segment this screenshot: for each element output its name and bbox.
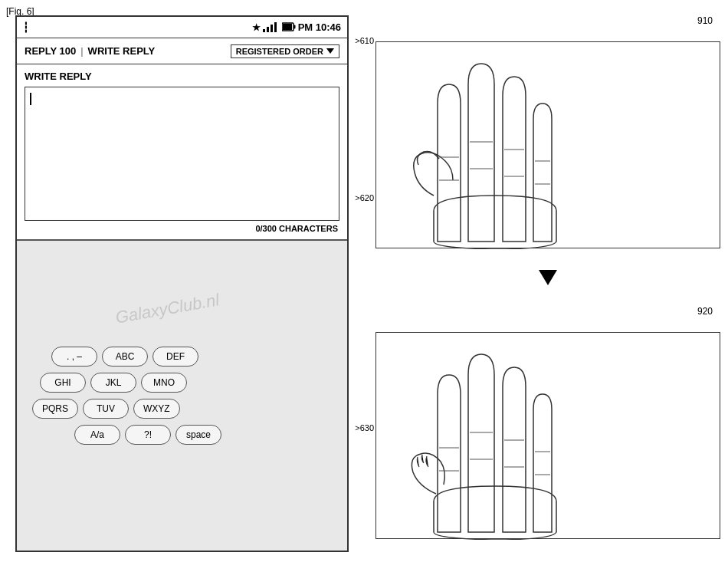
ref-630: >630 bbox=[355, 423, 374, 432]
char-count: 0/300 CHARACTERS bbox=[25, 221, 339, 236]
write-reply-title: WRITE REPLY bbox=[25, 71, 339, 82]
key-pqrs[interactable]: PQRS bbox=[32, 399, 78, 419]
svg-rect-0 bbox=[263, 29, 265, 32]
write-reply-breadcrumb: WRITE REPLY bbox=[88, 45, 156, 57]
key-mno[interactable]: MNO bbox=[141, 373, 187, 393]
right-panel: 910 bbox=[375, 15, 720, 539]
svg-rect-3 bbox=[274, 22, 277, 32]
key-wxyz[interactable]: WXYZ bbox=[133, 399, 180, 419]
battery-icon bbox=[282, 22, 296, 33]
bluetooth-icon: ★ bbox=[252, 22, 261, 33]
keyboard-section: . , – ABC DEF GHI JKL MNO PQRS TUV WXYZ … bbox=[17, 240, 347, 551]
key-punctuation[interactable]: . , – bbox=[51, 347, 97, 367]
key-ghi[interactable]: GHI bbox=[40, 373, 86, 393]
status-bar: ┇ ★ PM 10:46 bbox=[17, 17, 347, 38]
ref-920-label: 920 bbox=[375, 306, 720, 317]
usb-icon: ┇ bbox=[23, 21, 29, 33]
ref-910-label: 910 bbox=[375, 15, 720, 26]
key-shift[interactable]: A/a bbox=[74, 425, 120, 445]
dropdown-label: REGISTERED ORDER bbox=[236, 47, 323, 56]
write-reply-section: WRITE REPLY 0/300 CHARACTERS bbox=[17, 64, 347, 240]
text-cursor bbox=[30, 93, 31, 105]
reply-count: REPLY 100 bbox=[25, 45, 76, 57]
phone-panel: ┇ ★ PM 10:46 bbox=[15, 15, 349, 552]
key-row-3: PQRS TUV WXYZ bbox=[28, 399, 336, 419]
key-row-4: A/a ?! space bbox=[28, 425, 336, 445]
key-row-1: . , – ABC DEF bbox=[28, 347, 336, 367]
key-symbols[interactable]: ?! bbox=[125, 425, 171, 445]
svg-rect-5 bbox=[293, 25, 295, 28]
status-right: ★ PM 10:46 bbox=[252, 21, 341, 34]
ref-620: >620 bbox=[355, 193, 374, 202]
breadcrumb-left: REPLY 100 | WRITE REPLY bbox=[25, 45, 155, 57]
signal-icon bbox=[263, 21, 280, 34]
key-jkl[interactable]: JKL bbox=[90, 373, 136, 393]
svg-rect-2 bbox=[271, 25, 273, 32]
breadcrumb-divider: | bbox=[80, 45, 83, 57]
key-def[interactable]: DEF bbox=[152, 347, 198, 367]
chevron-down-icon bbox=[326, 48, 334, 54]
status-left: ┇ bbox=[23, 21, 29, 33]
key-tuv[interactable]: TUV bbox=[83, 399, 129, 419]
key-space[interactable]: space bbox=[175, 425, 221, 445]
breadcrumb-bar: REPLY 100 | WRITE REPLY REGISTERED ORDER bbox=[17, 38, 347, 64]
down-arrow bbox=[375, 264, 720, 291]
illustration-910 bbox=[375, 41, 720, 248]
ref-610: >610 bbox=[355, 36, 374, 45]
registered-order-dropdown[interactable]: REGISTERED ORDER bbox=[231, 44, 339, 58]
illustration-920 bbox=[375, 332, 720, 539]
key-abc[interactable]: ABC bbox=[102, 347, 148, 367]
key-row-2: GHI JKL MNO bbox=[28, 373, 336, 393]
time-display: PM 10:46 bbox=[298, 21, 341, 33]
reply-text-area[interactable] bbox=[25, 87, 339, 221]
svg-rect-6 bbox=[283, 24, 292, 30]
svg-rect-1 bbox=[267, 27, 269, 32]
